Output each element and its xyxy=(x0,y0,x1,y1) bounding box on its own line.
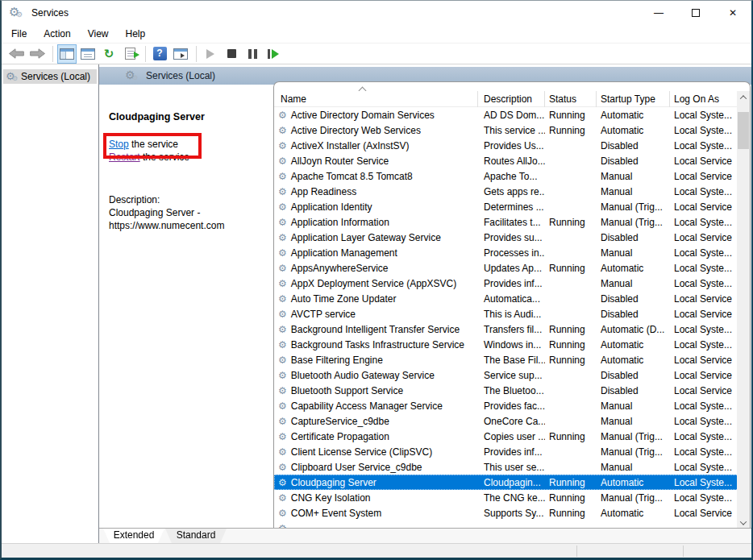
service-gear-icon: ⚙ xyxy=(278,508,287,518)
menu-action[interactable]: Action xyxy=(44,28,70,39)
table-row[interactable]: ⚙Apache Tomcat 8.5 Tomcat8 Apache To... … xyxy=(274,168,738,184)
table-row[interactable]: ⚙Active Directory Web Services This serv… xyxy=(274,122,738,138)
service-gear-icon: ⚙ xyxy=(278,463,287,472)
table-row[interactable]: ⚙Base Filtering Engine The Base Fil... R… xyxy=(274,352,738,367)
column-header-row: Name Description Status Startup Type Log… xyxy=(274,91,737,107)
services-gear-icon: ⚙⚙ xyxy=(6,71,19,83)
cell-startup-type: Manual xyxy=(597,278,670,289)
cell-startup-type: Manual xyxy=(597,462,670,473)
cell-name: Apache Tomcat 8.5 Tomcat8 xyxy=(291,171,413,182)
toolbar-separator xyxy=(196,46,197,62)
column-header-startup-type[interactable]: Startup Type xyxy=(597,91,670,107)
properties-button[interactable] xyxy=(78,44,98,64)
table-row[interactable]: ⚙Application Identity Determines ... Man… xyxy=(274,199,738,214)
restart-service-link[interactable]: Restart xyxy=(109,151,140,163)
cell-name: AppX Deployment Service (AppXSVC) xyxy=(291,278,456,289)
cell-description: Facilitates t... xyxy=(478,217,545,228)
table-row[interactable]: ⚙AllJoyn Router Service Routes AllJo... … xyxy=(274,153,738,168)
cell-startup-type: Automatic xyxy=(597,477,670,488)
description-label: Description: xyxy=(109,194,160,205)
tab-standard[interactable]: Standard xyxy=(165,529,227,543)
table-row[interactable]: ⚙Active Directory Domain Services AD DS … xyxy=(274,107,738,122)
table-row[interactable]: ⚙COM+ Event System Supports Sy... Runnin… xyxy=(274,505,738,521)
table-row[interactable]: ⚙Application Layer Gateway Service Provi… xyxy=(274,230,738,245)
table-row[interactable]: ⚙Client License Service (ClipSVC) Provid… xyxy=(274,444,738,459)
table-row[interactable]: ⚙AVCTP service This is Audi... Disabled … xyxy=(274,306,738,321)
column-header-status[interactable]: Status xyxy=(545,91,597,107)
menu-file[interactable]: File xyxy=(11,28,27,39)
back-button[interactable] xyxy=(6,44,26,64)
help-button[interactable]: ? xyxy=(150,44,169,64)
refresh-button[interactable]: ↻ xyxy=(99,44,119,64)
cell-log-on-as: Local Syste... xyxy=(670,263,738,274)
service-gear-icon: ⚙ xyxy=(278,340,287,350)
export-list-button[interactable] xyxy=(120,44,139,64)
cell-name: CNG Key Isolation xyxy=(291,492,371,504)
table-row[interactable]: ⚙Application Management Processes in... … xyxy=(274,245,738,260)
table-row[interactable]: ⚙Capability Access Manager Service Provi… xyxy=(274,398,738,413)
cell-description: The Base Fil... xyxy=(478,355,545,366)
table-row[interactable]: ⚙Bluetooth Audio Gateway Service Service… xyxy=(274,367,738,383)
restart-service-icon xyxy=(268,49,279,59)
column-header-log-on-as[interactable]: Log On As xyxy=(670,91,738,107)
cell-startup-type: Disabled xyxy=(597,156,670,167)
cell-description: Processes in... xyxy=(478,247,545,259)
table-row[interactable]: ⚙CaptureService_c9dbe OneCore Ca... Manu… xyxy=(274,413,738,429)
column-header-description[interactable]: Description xyxy=(478,91,545,107)
table-row[interactable]: ⚙AppX Deployment Service (AppXSVC) Provi… xyxy=(274,276,738,291)
pause-service-button[interactable] xyxy=(243,44,262,64)
menu-help[interactable]: Help xyxy=(126,28,146,39)
menu-view[interactable]: View xyxy=(88,28,109,39)
cell-startup-type: Manual (Trig... xyxy=(597,446,670,458)
cell-log-on-as: Local Syste... xyxy=(670,110,738,121)
table-row[interactable]: ⚙Auto Time Zone Updater Automatica... Di… xyxy=(274,291,738,306)
show-action-pane-button[interactable] xyxy=(171,44,190,64)
service-list-panel: Name Description Status Startup Type Log… xyxy=(273,81,751,529)
table-row[interactable]: ⚙App Readiness Gets apps re... Manual Lo… xyxy=(274,184,738,199)
toolbar-separator xyxy=(145,46,146,62)
vertical-scrollbar[interactable] xyxy=(737,91,750,529)
cell-description: Automatica... xyxy=(478,293,545,305)
column-header-name[interactable]: Name xyxy=(274,91,478,107)
show-console-tree-button[interactable] xyxy=(57,44,77,64)
start-service-button[interactable] xyxy=(201,44,220,64)
scroll-up-button[interactable] xyxy=(737,91,750,103)
table-row[interactable]: ⚙Bluetooth Support Service The Bluetoo..… xyxy=(274,383,738,398)
scroll-down-button[interactable] xyxy=(737,516,750,529)
restart-service-button[interactable] xyxy=(264,44,283,64)
cell-name: Application Information xyxy=(291,217,389,228)
scrollbar-thumb[interactable] xyxy=(738,112,749,149)
table-row[interactable]: ⚙Background Intelligent Transfer Service… xyxy=(274,321,738,337)
cell-description: Provides su... xyxy=(478,232,545,243)
cell-description: Windows in... xyxy=(478,339,545,351)
table-row[interactable]: ⚙AppsAnywhereService Updates Ap... Runni… xyxy=(274,260,738,276)
cell-name: Application Layer Gateway Service xyxy=(291,232,441,243)
table-row[interactable]: ⚙Application Information Facilitates t..… xyxy=(274,214,738,230)
table-row[interactable]: ⚙Background Tasks Infrastructure Service… xyxy=(274,337,738,352)
stop-service-link[interactable]: Stop xyxy=(109,139,129,150)
sidebar-item-services-local[interactable]: ⚙⚙ Services (Local) xyxy=(3,69,97,84)
cell-log-on-as: Local Syste... xyxy=(670,140,738,151)
forward-button[interactable] xyxy=(27,44,47,64)
cell-name: COM+ Event System xyxy=(291,508,381,519)
cell-description: AD DS Dom... xyxy=(478,110,545,121)
cell-description: Provides inf... xyxy=(478,446,545,458)
maximize-button[interactable] xyxy=(677,1,714,25)
cell-status: Running xyxy=(545,355,597,366)
tab-extended[interactable]: Extended xyxy=(103,529,164,543)
minimize-button[interactable]: — xyxy=(640,1,677,25)
service-gear-icon: ⚙ xyxy=(278,417,287,426)
close-button[interactable]: ✕ xyxy=(714,1,751,25)
table-row[interactable]: ⚙CNG Key Isolation The CNG ke... Running… xyxy=(274,490,738,505)
table-row[interactable]: ⚙Clipboard User Service_c9dbe This user … xyxy=(274,459,738,475)
stop-service-button[interactable] xyxy=(222,44,241,64)
table-row[interactable]: ⚙Certificate Propagation Copies user ...… xyxy=(274,429,738,444)
service-gear-icon: ⚙ xyxy=(278,141,287,151)
table-row[interactable]: ⚙Cloudpaging Server Cloudpagin... Runnin… xyxy=(274,475,738,490)
cell-description: Gets apps re... xyxy=(478,186,545,197)
cell-log-on-as: Local Syste... xyxy=(670,431,738,442)
service-gear-icon: ⚙ xyxy=(278,386,287,396)
cell-status: Running xyxy=(545,508,597,519)
table-row[interactable]: ⚙ActiveX Installer (AxInstSV) Provides U… xyxy=(274,138,738,153)
service-gear-icon: ⚙ xyxy=(278,432,287,442)
